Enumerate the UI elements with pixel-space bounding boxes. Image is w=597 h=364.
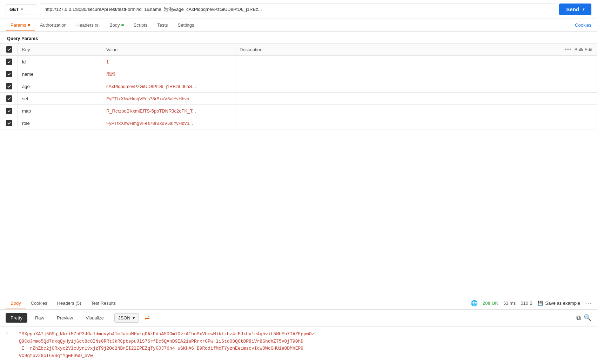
tab-response-headers[interactable]: Headers (5) [52,297,86,309]
table-row: set FyPTtxXhwHmgVFes78rBxuV5alYvHbvb... [0,93,597,105]
row-key-cell[interactable]: map [18,105,102,117]
tab-headers-label: Headers (9) [76,22,100,28]
copy-icon[interactable]: ⧉ [576,314,581,322]
row-desc-cell[interactable] [235,117,597,129]
format-raw[interactable]: Raw [30,313,49,323]
row-value-cell[interactable]: 泡泡 [102,68,235,80]
select-all-checkbox[interactable] [6,46,12,53]
body-dot [121,24,124,26]
response-line-1: 1 "SXpguXA7j5GSq_NkriMZnP3JGa1dmnvyb41mJ… [6,331,591,338]
save-icon: 💾 [537,301,543,306]
tab-body-label: Body [109,22,120,28]
format-type-select[interactable]: JSON ▾ [114,313,139,323]
tab-authorization-label: Authorization [40,22,67,28]
row-desc-cell[interactable] [235,105,597,117]
tab-test-results[interactable]: Test Results [86,297,121,309]
row-key: age [22,84,30,89]
globe-icon: 🌐 [471,300,478,306]
format-type-chevron-icon: ▾ [133,315,135,321]
row-checkbox-cell[interactable] [0,68,18,80]
status-size: 510 B [521,301,532,306]
params-table: Key Value Description ••• Bulk Edit [0,43,597,129]
response-section: Body Cookies Headers (5) Test Results 🌐 … [0,297,597,364]
row-value-cell[interactable]: cAxPlqpqmevPzGiUD8PtD6_j1RBziL06aS... [102,80,235,93]
method-select[interactable]: GET ▾ [6,4,37,14]
row-checkbox[interactable] [6,71,12,77]
status-time: 53 ms [503,301,516,306]
response-more-icon[interactable]: ⋯ [585,299,591,307]
tab-response-cookies[interactable]: Cookies [26,297,52,309]
row-checkbox[interactable] [6,59,12,65]
tab-response-headers-label: Headers (5) [57,301,81,306]
row-desc-cell[interactable] [235,93,597,105]
row-value: FyPTtxXhwHmgVFes78rBxuV5alYvHbvb... [106,96,193,101]
response-line-2: Q9CdJmmo5Qd7dxqQyHyijGct8c8INs0RRt3kRCpt… [6,338,591,345]
row-checkbox-cell[interactable] [0,105,18,117]
table-row: map R_RcrzpoBKxmlEfTS-5pbTDNR3c2oFK_T... [0,105,597,117]
col-key-header: Key [18,43,102,56]
method-chevron-icon: ▾ [21,7,23,11]
row-desc-cell[interactable] [235,68,597,80]
row-checkbox-cell[interactable] [0,93,18,105]
row-key-cell[interactable]: set [18,93,102,105]
tab-body[interactable]: Body [105,19,129,31]
row-key-cell[interactable]: name [18,68,102,80]
more-options-icon[interactable]: ••• [565,46,572,53]
row-checkbox-cell[interactable] [0,80,18,93]
url-input[interactable] [40,4,556,15]
format-type-label: JSON [118,315,130,321]
table-row: name 泡泡 [0,68,597,80]
tab-headers[interactable]: Headers (9) [72,19,105,31]
response-tabs-bar: Body Cookies Headers (5) Test Results 🌐 … [0,297,597,310]
cookies-link[interactable]: Cookies [575,22,591,28]
bulk-edit-label[interactable]: Bulk Edit [575,47,592,52]
row-key: set [22,96,28,101]
row-value-cell[interactable]: FyPTtxXhwHmgVFes78rBxuV5alYvHbvb... [102,117,235,129]
table-row: id 1 [0,56,597,68]
row-value-cell[interactable]: R_RcrzpoBKxmlEfTS-5pbTDNR3c2oFK_T... [102,105,235,117]
format-pretty[interactable]: Pretty [6,313,27,323]
col-checkbox-header[interactable] [0,43,18,56]
response-line-3: _I__rZhZbc2jORxyc2VlcUyn1vxjzT9j2Oc2NBrE… [6,345,591,352]
row-checkbox[interactable] [6,108,12,114]
response-text-line4: VC9gtbv2GoT6vSqfYgwPSWD_eVw==" [19,353,101,358]
format-preview[interactable]: Preview [52,313,78,323]
row-value-cell[interactable]: FyPTtxXhwHmgVFes78rBxuV5alYvHbvb... [102,93,235,105]
col-value-header: Value [102,43,235,56]
row-desc-cell[interactable] [235,80,597,93]
request-tabs-bar: Params Authorization Headers (9) Body Sc… [0,19,597,32]
row-checkbox[interactable] [6,120,12,126]
col-description-label: Description [240,47,262,52]
format-visualize[interactable]: Visualize [81,313,109,323]
row-checkbox-cell[interactable] [0,56,18,68]
tab-authorization[interactable]: Authorization [35,19,72,31]
tab-response-body[interactable]: Body [6,297,26,309]
tab-scripts[interactable]: Scripts [129,19,153,31]
row-value-cell[interactable]: 1 [102,56,235,68]
tab-tests[interactable]: Tests [152,19,173,31]
format-preview-label: Preview [57,315,73,321]
tab-response-body-label: Body [11,301,21,306]
table-row: age cAxPlqpqmevPzGiUD8PtD6_j1RBziL06aS..… [0,80,597,93]
row-key: name [22,72,34,77]
row-checkbox[interactable] [6,83,12,89]
send-chevron-icon: ▾ [583,7,584,11]
search-icon[interactable]: 🔍 [584,314,591,322]
row-desc-cell[interactable] [235,56,597,68]
row-checkbox[interactable] [6,95,12,102]
send-button[interactable]: Send ▾ [559,4,591,15]
row-value: R_RcrzpoBKxmlEfTS-5pbTDNR3c2oFK_T... [106,108,196,114]
row-key: map [22,108,31,114]
row-key-cell[interactable]: role [18,117,102,129]
row-key-cell[interactable]: age [18,80,102,93]
tab-params[interactable]: Params [6,19,35,31]
response-line-4: VC9gtbv2GoT6vSqfYgwPSWD_eVw==" [6,352,591,360]
row-value: 1 [106,59,109,65]
status-ok: 200 OK [483,301,498,306]
tab-settings[interactable]: Settings [173,19,199,31]
row-key: id [22,59,26,65]
row-key-cell[interactable]: id [18,56,102,68]
word-wrap-icon[interactable]: ⇌ [145,314,150,322]
save-example-button[interactable]: 💾 Save as example [537,301,580,306]
row-checkbox-cell[interactable] [0,117,18,129]
